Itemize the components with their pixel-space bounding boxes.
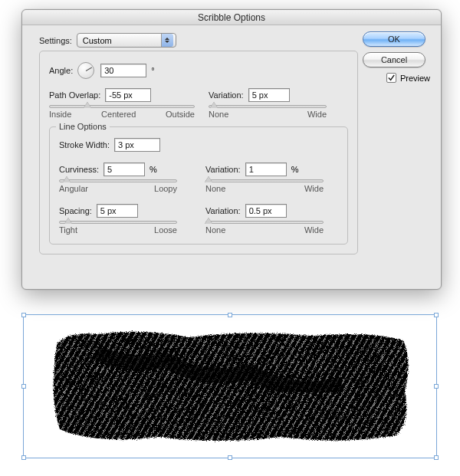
angle-label: Angle: (49, 66, 73, 75)
preview-checkbox[interactable] (386, 73, 396, 83)
spacing-variation-label: Variation: (205, 206, 241, 215)
resize-handle[interactable] (21, 455, 26, 460)
settings-label: Settings: (39, 36, 72, 45)
resize-handle[interactable] (434, 313, 439, 317)
resize-handle[interactable] (21, 384, 26, 389)
settings-value: Custom (83, 36, 112, 45)
spacing-variation-input[interactable] (245, 204, 287, 218)
path-variation-slider[interactable]: None Wide (209, 105, 327, 119)
path-overlap-slider[interactable]: Inside Centered Outside (49, 105, 195, 119)
dialog-title: Scribble Options (22, 10, 441, 25)
spacing-input[interactable] (97, 204, 138, 218)
curviness-unit: % (150, 165, 157, 174)
scribble-options-dialog: Scribble Options Settings: Custom Angle:… (21, 9, 442, 290)
curv-variation-label: Variation: (205, 165, 241, 174)
spacing-slider[interactable]: Tight Loose (59, 221, 177, 235)
resize-handle[interactable] (228, 455, 232, 460)
stroke-width-input[interactable] (114, 138, 160, 152)
ok-button[interactable]: OK (363, 31, 426, 47)
curv-variation-input[interactable] (245, 162, 287, 176)
settings-dropdown[interactable]: Custom (77, 33, 176, 48)
line-options-legend: Line Options (56, 122, 110, 131)
resize-handle[interactable] (228, 313, 232, 317)
curviness-slider[interactable]: Angular Loopy (59, 179, 177, 193)
resize-handle[interactable] (434, 455, 439, 460)
curv-variation-slider[interactable]: None Wide (205, 179, 324, 193)
angle-unit: ° (151, 66, 154, 75)
curv-variation-unit: % (291, 165, 299, 174)
path-overlap-input[interactable] (105, 88, 151, 102)
scribble-effect-shape[interactable] (51, 330, 411, 443)
preview-label: Preview (400, 74, 430, 83)
checkmark-icon (387, 74, 396, 82)
path-variation-input[interactable] (248, 88, 290, 102)
curviness-input[interactable] (104, 162, 145, 176)
resize-handle[interactable] (21, 313, 26, 317)
chevron-updown-icon (161, 34, 173, 47)
path-variation-label: Variation: (209, 90, 244, 100)
spacing-label: Spacing: (59, 206, 92, 215)
curviness-label: Curviness: (59, 165, 99, 174)
main-options-group: Angle: ° Path Overlap: I (39, 51, 358, 254)
spacing-variation-slider[interactable]: None Wide (205, 221, 324, 235)
stroke-width-label: Stroke Width: (59, 140, 110, 149)
cancel-button[interactable]: Cancel (363, 52, 426, 67)
line-options-group: Line Options Stroke Width: Curviness: % (49, 126, 348, 245)
artboard-preview (23, 314, 437, 460)
angle-input[interactable] (100, 64, 146, 77)
resize-handle[interactable] (434, 384, 439, 389)
angle-dial[interactable] (77, 62, 94, 79)
path-overlap-label: Path Overlap: (49, 90, 100, 100)
